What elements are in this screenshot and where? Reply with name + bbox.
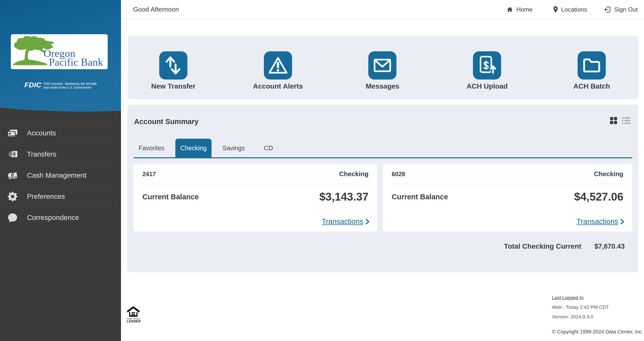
- svg-text:$: $: [13, 152, 15, 156]
